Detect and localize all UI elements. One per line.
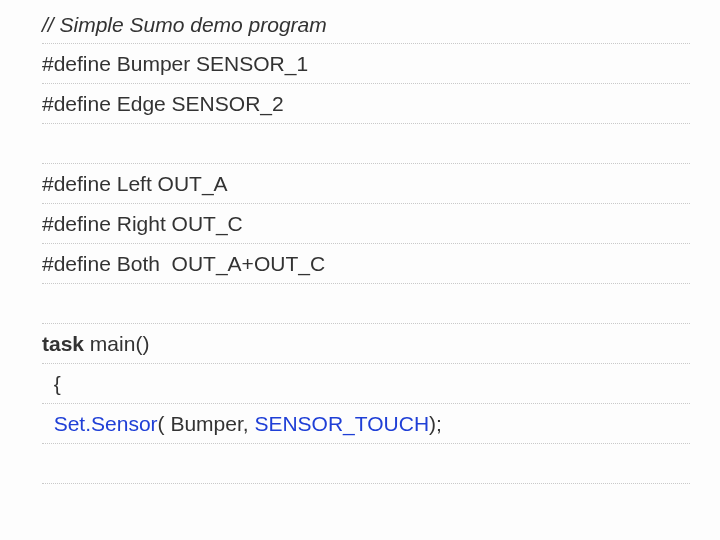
args-open: ( Bumper, [158,412,255,436]
code-line-blank-4 [42,484,690,524]
func-setsensor: Set.Sensor [42,412,158,436]
code-line-blank-2 [42,284,690,324]
code-line-define-right: #define Right OUT_C [42,204,690,244]
code-line-define-bumper: #define Bumper SENSOR_1 [42,44,690,84]
code-line-define-left: #define Left OUT_A [42,164,690,204]
code-line-blank-1 [42,124,690,164]
code-line-setsensor: Set.Sensor( Bumper, SENSOR_TOUCH); [42,404,690,444]
code-line-task-main: task main() [42,324,690,364]
text-main: main() [84,332,149,356]
code-line-blank-3 [42,444,690,484]
slide-content: // Simple Sumo demo program #define Bump… [0,0,720,540]
code-line-define-both: #define Both OUT_A+OUT_C [42,244,690,284]
code-line-define-edge: #define Edge SENSOR_2 [42,84,690,124]
code-line-comment: // Simple Sumo demo program [42,0,690,44]
const-sensor-touch: SENSOR_TOUCH [254,412,429,436]
args-close: ); [429,412,442,436]
keyword-task: task [42,332,84,356]
code-line-open-brace: { [42,364,690,404]
